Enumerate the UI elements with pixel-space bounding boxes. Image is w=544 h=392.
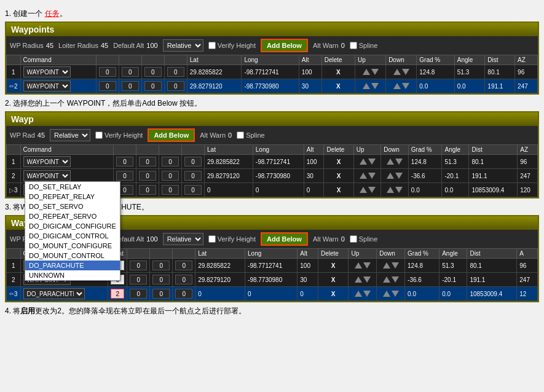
dropdown-item[interactable]: DO_SET_RELAY	[25, 182, 120, 192]
c1-input[interactable]	[116, 171, 133, 181]
add-below-button-1[interactable]: Add Below	[261, 39, 308, 52]
enat-input[interactable]	[111, 289, 124, 299]
c2-input[interactable]	[130, 261, 147, 270]
c3-input[interactable]	[144, 67, 162, 77]
down-arrow-icon[interactable]	[368, 187, 376, 193]
c1-input[interactable]	[99, 81, 116, 91]
c3-input[interactable]	[152, 275, 170, 284]
c2-input[interactable]	[122, 81, 139, 91]
down-arrow-icon[interactable]	[395, 187, 403, 193]
up-arrow-icon[interactable]	[355, 291, 362, 297]
up-arrow-icon[interactable]	[387, 159, 394, 165]
up-cell[interactable]	[355, 65, 385, 79]
c3-input[interactable]	[152, 261, 170, 270]
down-arrow-icon[interactable]	[363, 262, 371, 269]
dropdown-item[interactable]: DO_PARACHUTE	[25, 261, 120, 270]
down-cell[interactable]	[377, 259, 405, 273]
down-cell[interactable]	[381, 169, 409, 183]
up-cell[interactable]	[349, 259, 377, 273]
relative-select[interactable]: Relative	[163, 39, 203, 52]
down-cell[interactable]	[386, 79, 417, 93]
step1-link[interactable]: 任务	[45, 9, 60, 18]
down-arrow-icon[interactable]	[392, 291, 399, 297]
delete-cell[interactable]: X	[318, 259, 349, 273]
c4-input[interactable]	[184, 157, 202, 167]
p2-relative-select[interactable]: Relative	[50, 129, 90, 141]
down-cell[interactable]	[381, 183, 409, 197]
c3-input[interactable]	[162, 185, 179, 195]
up-arrow-icon[interactable]	[393, 83, 401, 89]
c2-input[interactable]	[130, 275, 147, 284]
up-arrow-icon[interactable]	[355, 276, 362, 283]
down-arrow-icon[interactable]	[363, 291, 371, 297]
c3-input[interactable]	[162, 157, 179, 167]
down-arrow-icon[interactable]	[395, 159, 403, 165]
dropdown-item[interactable]: DO_REPEAT_SERVO	[25, 211, 120, 221]
up-cell[interactable]	[353, 155, 381, 169]
up-arrow-icon[interactable]	[363, 69, 370, 75]
cmd-select[interactable]: WAYPOINT	[23, 156, 71, 167]
c2-input[interactable]	[139, 185, 156, 195]
c3-input[interactable]	[152, 289, 170, 299]
dropdown-item[interactable]: DO_MOUNT_CONFIGURE	[25, 241, 120, 251]
dropdown-item[interactable]: DO_DIGICAM_CONFIGURE	[25, 221, 120, 231]
delete-cell[interactable]: X	[324, 183, 353, 197]
up-arrow-icon[interactable]	[383, 262, 390, 269]
up-arrow-icon[interactable]	[363, 83, 370, 89]
c3-input[interactable]	[162, 171, 179, 181]
c2-input[interactable]	[122, 67, 139, 77]
delete-cell[interactable]: X	[318, 273, 349, 287]
c2-input[interactable]	[130, 289, 147, 299]
cmd-select[interactable]: DO_PARACHUTE	[23, 288, 85, 299]
down-arrow-icon[interactable]	[402, 83, 409, 89]
c1-input[interactable]	[116, 157, 133, 167]
up-cell[interactable]	[349, 273, 377, 287]
down-arrow-icon[interactable]	[392, 276, 399, 283]
dropdown-item[interactable]: DO_DIGICAM_CONTROL	[25, 231, 120, 241]
c1-input[interactable]	[99, 67, 116, 77]
dropdown-item[interactable]: UNKNOWN	[25, 270, 120, 280]
up-arrow-icon[interactable]	[360, 173, 367, 179]
up-cell[interactable]	[349, 287, 377, 301]
add-below-button-3[interactable]: Add Below	[261, 232, 308, 246]
delete-cell[interactable]: X	[321, 79, 355, 93]
up-cell[interactable]	[353, 169, 381, 183]
down-arrow-icon[interactable]	[368, 173, 376, 179]
down-cell[interactable]	[377, 287, 405, 301]
down-cell[interactable]	[377, 273, 405, 287]
command-dropdown[interactable]: DO_SET_RELAYDO_REPEAT_RELAYDO_SET_SERVOD…	[25, 181, 120, 281]
c3-input[interactable]	[144, 81, 162, 91]
cmd-select[interactable]: WAYPOINT	[23, 80, 71, 92]
delete-cell[interactable]: X	[318, 287, 349, 301]
down-arrow-icon[interactable]	[402, 69, 409, 75]
delete-cell[interactable]: X	[324, 169, 353, 183]
up-arrow-icon[interactable]	[383, 276, 390, 283]
c4-input[interactable]	[167, 67, 184, 77]
up-arrow-icon[interactable]	[360, 187, 367, 193]
add-below-button-2[interactable]: Add Below	[148, 128, 195, 142]
p2-verify-height-checkbox[interactable]	[95, 131, 103, 139]
cmd-select[interactable]: WAYPOINT	[23, 66, 71, 77]
c2-input[interactable]	[139, 171, 156, 181]
p3-spline-checkbox[interactable]	[350, 235, 357, 243]
dropdown-item[interactable]: DO_REPEAT_RELAY	[25, 192, 120, 202]
up-arrow-icon[interactable]	[393, 69, 401, 75]
p3-relative-select[interactable]: Relative	[163, 233, 203, 245]
down-arrow-icon[interactable]	[395, 173, 403, 179]
c4-input[interactable]	[167, 81, 184, 91]
spline-checkbox[interactable]	[350, 42, 357, 49]
dropdown-item[interactable]: DO_MOUNT_CONTROL	[25, 251, 120, 261]
c4-input[interactable]	[175, 261, 192, 270]
c4-input[interactable]	[175, 275, 192, 284]
verify-height-checkbox[interactable]	[208, 42, 216, 49]
c2-input[interactable]	[139, 157, 156, 167]
up-arrow-icon[interactable]	[355, 262, 362, 269]
c4-input[interactable]	[175, 289, 192, 299]
down-arrow-icon[interactable]	[363, 276, 371, 283]
delete-cell[interactable]: X	[321, 65, 355, 79]
p2-spline-checkbox[interactable]	[237, 131, 244, 139]
up-cell[interactable]	[353, 183, 381, 197]
down-cell[interactable]	[381, 155, 409, 169]
up-arrow-icon[interactable]	[383, 291, 390, 297]
c4-input[interactable]	[184, 185, 202, 195]
